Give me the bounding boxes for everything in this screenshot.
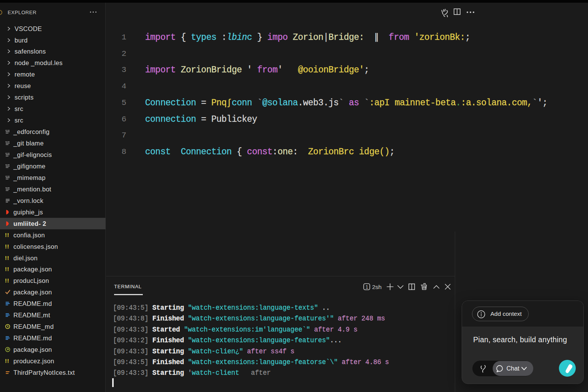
- svg-text:2sh: 2sh: [372, 284, 382, 290]
- svg-text:1: 1: [366, 284, 368, 290]
